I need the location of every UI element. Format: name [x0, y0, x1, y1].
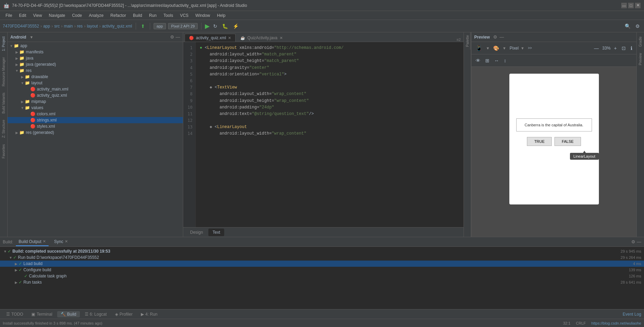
- menu-build[interactable]: Build: [130, 12, 145, 19]
- breadcrumb-main[interactable]: main: [64, 24, 73, 29]
- preview-settings-button[interactable]: ⚙: [493, 34, 497, 40]
- tree-item-res[interactable]: ▼ 📁 res: [8, 67, 183, 74]
- run-bottom-tab[interactable]: ▶ 4: Run: [137, 311, 161, 317]
- zoom-out-button[interactable]: —: [593, 45, 600, 52]
- tree-item-activity-main[interactable]: 🔴 activity_main.xml: [8, 86, 183, 92]
- editor-tab-quiz-activity[interactable]: ☕ QuizActivity.java ✕: [236, 34, 287, 42]
- favorites-tab[interactable]: Favorites: [1, 141, 6, 161]
- tree-item-colors[interactable]: 🔴 colors.xml: [8, 111, 183, 117]
- breadcrumb-root[interactable]: 7470FDD44F35552: [3, 24, 39, 29]
- attach-button[interactable]: ⚡: [231, 23, 240, 30]
- build-row-2[interactable]: ▶ ✓ Load build 4 ms: [0, 261, 644, 267]
- tree-item-drawable[interactable]: ▶ 📁 drawable: [8, 74, 183, 80]
- breadcrumb-res[interactable]: res: [77, 24, 83, 29]
- menu-vcs[interactable]: VCS: [177, 12, 191, 19]
- preview-info-button[interactable]: ℹ: [629, 45, 634, 52]
- project-tab[interactable]: 1: Project: [1, 34, 6, 54]
- menu-refactor[interactable]: Refactor: [108, 12, 129, 19]
- menu-window[interactable]: Window: [193, 12, 213, 19]
- run-config-button[interactable]: app: [154, 23, 166, 29]
- preview-grid-button[interactable]: ⊞: [484, 57, 491, 64]
- preview-vertical-button[interactable]: ↕: [502, 57, 508, 64]
- tree-item-layout[interactable]: ▼ 📁 layout: [8, 80, 183, 86]
- tree-item-app[interactable]: ▼ 📁 app: [8, 43, 183, 49]
- resource-manager-tab[interactable]: Resource Manager: [1, 54, 6, 89]
- tree-item-values[interactable]: ▼ 📁 values: [8, 105, 183, 111]
- menu-code[interactable]: Code: [69, 12, 85, 19]
- build-bottom-tab[interactable]: 🔨 Build: [57, 311, 80, 317]
- device-selector[interactable]: Pixel 2 API 29: [168, 23, 198, 29]
- menu-file[interactable]: File: [3, 12, 15, 19]
- terminal-tab[interactable]: ▣ Terminal: [28, 311, 55, 317]
- maximize-button[interactable]: □: [628, 3, 634, 8]
- menu-run[interactable]: Run: [146, 12, 159, 19]
- zoom-fit-button[interactable]: ⊡: [620, 45, 627, 52]
- event-log-button[interactable]: Event Log: [623, 312, 641, 317]
- preview-api-button[interactable]: >>: [527, 45, 533, 51]
- logcat-tab[interactable]: ☰ 6: Logcat: [81, 311, 110, 317]
- menu-navigate[interactable]: Navigate: [46, 12, 68, 19]
- menu-help[interactable]: Help: [214, 12, 228, 19]
- build-row-3[interactable]: ▶ ✓ Configure build 139 ms: [0, 267, 644, 273]
- preview-false-button[interactable]: FALSE: [554, 137, 581, 146]
- build-row-5[interactable]: ▶ ✓ Run tasks 28 s 641 ms: [0, 279, 644, 285]
- tree-item-java[interactable]: ▶ 📁 java: [8, 55, 183, 61]
- git-button[interactable]: ⬆: [139, 23, 146, 30]
- zoom-in-button[interactable]: +: [613, 45, 618, 52]
- settings-button[interactable]: ⚙: [634, 23, 641, 30]
- build-row-0[interactable]: ▼ ✓ Build: completed successfully at 202…: [0, 248, 644, 254]
- tab-close-activity-quiz[interactable]: ✕: [228, 36, 231, 40]
- preview-theme-button[interactable]: 🎨: [492, 45, 500, 52]
- breadcrumb-app[interactable]: app: [43, 24, 50, 29]
- tree-item-strings[interactable]: 🔴 strings.xml: [8, 117, 183, 123]
- build-output-close[interactable]: ✕: [43, 239, 46, 244]
- preview-minimize-button[interactable]: —: [499, 34, 504, 40]
- tree-item-manifests[interactable]: ▶ 📁 manifests: [8, 49, 183, 55]
- preview-true-button[interactable]: TRUE: [527, 137, 552, 146]
- build-row-4[interactable]: ✓ Calculate task graph 126 ms: [0, 273, 644, 279]
- todo-tab[interactable]: ☰ TODO: [3, 311, 27, 317]
- debug-button[interactable]: 🐛: [221, 23, 229, 30]
- menu-analyze[interactable]: Analyze: [86, 12, 106, 19]
- sync-button[interactable]: ↻: [212, 23, 219, 30]
- tab-design[interactable]: Design: [186, 229, 207, 236]
- tab-close-quiz-activity[interactable]: ✕: [280, 36, 283, 40]
- minimize-button[interactable]: —: [621, 3, 627, 8]
- menu-edit[interactable]: Edit: [16, 12, 29, 19]
- tree-item-styles[interactable]: 🔴 styles.xml: [8, 123, 183, 129]
- build-panel-content: ▼ ✓ Build: completed successfully at 202…: [0, 247, 644, 309]
- tree-item-mipmap[interactable]: ▶ 📁 mipmap: [8, 98, 183, 105]
- preview-orientation-button[interactable]: 📱: [474, 44, 484, 52]
- tree-item-activity-quiz[interactable]: 🔴 activity_quiz.xml: [8, 92, 183, 98]
- sync-tab[interactable]: Sync ✕: [51, 238, 71, 246]
- gradle-tab[interactable]: Gradle: [638, 34, 643, 50]
- editor-tab-activity-quiz[interactable]: 🔴 activity_quiz.xml ✕: [185, 34, 236, 42]
- panel-settings-button[interactable]: ⚙: [170, 34, 174, 40]
- code-editor[interactable]: ● <LinearLayout xmlns:android="http://sc…: [196, 42, 464, 227]
- palette-tab[interactable]: Palette: [465, 32, 470, 50]
- run-button[interactable]: ▶: [205, 22, 210, 30]
- tab-text[interactable]: Text: [208, 229, 224, 236]
- build-variants-tab[interactable]: Build Variants: [1, 90, 6, 116]
- build-output-tab[interactable]: Build Output ✕: [16, 238, 49, 246]
- preview-eye-button[interactable]: 👁: [474, 57, 482, 64]
- breadcrumb-layout[interactable]: layout: [87, 24, 98, 29]
- build-minimize-button[interactable]: —: [637, 239, 641, 244]
- tree-item-java-generated[interactable]: ▶ 📁 java (generated): [8, 61, 183, 67]
- structure-tab[interactable]: Z: Structure: [1, 117, 6, 140]
- project-dropdown-icon[interactable]: ▼: [30, 35, 33, 39]
- search-everywhere-button[interactable]: 🔍: [623, 23, 632, 30]
- breadcrumb-file[interactable]: activity_quiz.xml: [102, 24, 132, 29]
- menu-tools[interactable]: Tools: [161, 12, 176, 19]
- panel-collapse-button[interactable]: —: [176, 34, 180, 40]
- menu-view[interactable]: View: [30, 12, 45, 19]
- tree-item-res-generated[interactable]: ▶ 📁 res (generated): [8, 129, 183, 136]
- close-button[interactable]: ✕: [635, 3, 641, 8]
- profiler-tab[interactable]: ◈ Profiler: [112, 311, 136, 317]
- build-settings-button[interactable]: ⚙: [631, 239, 635, 244]
- sync-close[interactable]: ✕: [65, 239, 68, 244]
- build-row-1[interactable]: ▼ ✓ Run build D:\workspace\7470FDD44F355…: [0, 254, 644, 261]
- preview-side-tab[interactable]: Preview: [638, 50, 643, 68]
- breadcrumb-src[interactable]: src: [54, 24, 60, 29]
- preview-horizontal-button[interactable]: ↔: [493, 57, 500, 64]
